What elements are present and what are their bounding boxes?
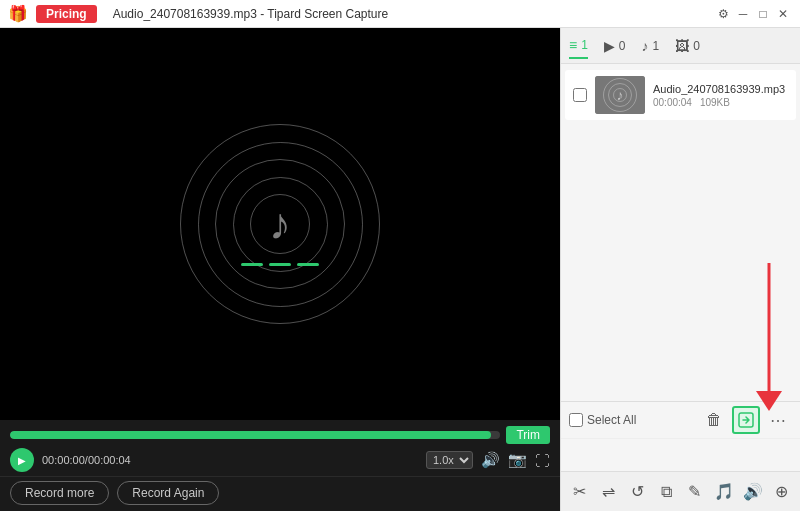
file-thumbnail: ♪ <box>595 76 645 114</box>
speed-select[interactable]: 1.0x 0.5x 1.5x 2.0x <box>426 451 473 469</box>
trim-button[interactable]: Trim <box>506 426 550 444</box>
file-meta: 00:00:04 109KB <box>653 97 788 108</box>
file-list: ♪ Audio_240708163939.mp3 00:00:04 109KB <box>561 64 800 401</box>
tab-all[interactable]: ≡ 1 <box>569 33 588 59</box>
tab-video-count: 0 <box>619 39 626 53</box>
progress-bar-bg[interactable] <box>10 431 500 439</box>
playback-controls: ▶ 00:00:00/00:00:04 1.0x 0.5x 1.5x 2.0x … <box>10 448 550 472</box>
video-area: ♪ <box>0 28 560 420</box>
more-tool[interactable]: ⊕ <box>767 477 796 507</box>
tab-video[interactable]: ▶ 0 <box>604 34 626 58</box>
controls-area: Trim ▶ 00:00:00/00:00:04 1.0x 0.5x 1.5x … <box>0 420 560 476</box>
play-button[interactable]: ▶ <box>10 448 34 472</box>
tab-image-count: 0 <box>693 39 700 53</box>
image-icon: 🖼 <box>675 38 689 54</box>
select-all-checkbox[interactable] <box>569 413 583 427</box>
time-display: 00:00:00/00:00:04 <box>42 454 131 466</box>
dash-1 <box>241 263 263 266</box>
audio-dashes <box>241 263 319 266</box>
file-checkbox[interactable] <box>573 88 587 102</box>
thumb-note-icon: ♪ <box>617 87 624 103</box>
right-bottom-bar: Select All 🗑 ⋯ <box>561 401 800 471</box>
adjust-tool[interactable]: ⇌ <box>594 477 623 507</box>
content-wrapper: ♪ Trim ▶ 00:00:00/00:00:04 <box>0 28 800 511</box>
tab-image[interactable]: 🖼 0 <box>675 34 700 58</box>
copy-tool[interactable]: ⧉ <box>652 477 681 507</box>
tabs-row: ≡ 1 ▶ 0 ♪ 1 🖼 0 <box>561 28 800 64</box>
select-all-label: Select All <box>569 413 636 427</box>
more-actions-button[interactable]: ⋯ <box>764 406 792 434</box>
window-title: Audio_240708163939.mp3 - Tipard Screen C… <box>113 7 389 21</box>
edit-tool[interactable]: ✎ <box>681 477 710 507</box>
export-button[interactable] <box>732 406 760 434</box>
volume-icon[interactable]: 🔊 <box>481 451 500 469</box>
gift-icon: 🎁 <box>8 4 28 23</box>
tools-row: ✂ ⇌ ↺ ⧉ ✎ 🎵 🔊 ⊕ <box>561 471 800 511</box>
close-button[interactable]: ✕ <box>774 5 792 23</box>
left-panel: ♪ Trim ▶ 00:00:00/00:00:04 <box>0 28 560 511</box>
audio-tool[interactable]: 🎵 <box>709 477 738 507</box>
record-again-button[interactable]: Record Again <box>117 481 219 505</box>
title-bar-left: 🎁 Pricing Audio_240708163939.mp3 - Tipar… <box>8 4 388 23</box>
file-item[interactable]: ♪ Audio_240708163939.mp3 00:00:04 109KB <box>565 70 796 120</box>
progress-bar-container: Trim <box>10 426 550 444</box>
list-icon: ≡ <box>569 37 577 53</box>
right-panel: ≡ 1 ▶ 0 ♪ 1 🖼 0 <box>560 28 800 511</box>
delete-button[interactable]: 🗑 <box>700 406 728 434</box>
video-icon: ▶ <box>604 38 615 54</box>
total-time: 00:00:04 <box>88 454 131 466</box>
title-bar-controls: ⚙ ─ □ ✕ <box>714 5 792 23</box>
music-visual: ♪ <box>180 124 380 324</box>
settings-icon[interactable]: ⚙ <box>714 5 732 23</box>
select-all-row: Select All 🗑 ⋯ <box>561 402 800 439</box>
title-bar: 🎁 Pricing Audio_240708163939.mp3 - Tipar… <box>0 0 800 28</box>
record-more-button[interactable]: Record more <box>10 481 109 505</box>
restore-button[interactable]: □ <box>754 5 772 23</box>
select-all-text: Select All <box>587 413 636 427</box>
tab-all-count: 1 <box>581 38 588 52</box>
progress-bar-fill <box>10 431 491 439</box>
fullscreen-icon[interactable]: ⛶ <box>535 452 550 469</box>
bottom-bar: Record more Record Again <box>0 476 560 511</box>
dash-3 <box>297 263 319 266</box>
thumb-inner: ♪ <box>595 76 645 114</box>
minimize-button[interactable]: ─ <box>734 5 752 23</box>
music-note-icon: ♪ <box>269 202 291 246</box>
file-size: 109KB <box>700 97 730 108</box>
rotate-tool[interactable]: ↺ <box>623 477 652 507</box>
tab-audio-count: 1 <box>653 39 660 53</box>
file-name: Audio_240708163939.mp3 <box>653 83 788 95</box>
pricing-button[interactable]: Pricing <box>36 5 97 23</box>
action-icons-row: 🗑 ⋯ <box>700 406 792 434</box>
audio-tab-icon: ♪ <box>642 38 649 54</box>
camera-icon[interactable]: 📷 <box>508 451 527 469</box>
dash-2 <box>269 263 291 266</box>
file-info: Audio_240708163939.mp3 00:00:04 109KB <box>653 83 788 108</box>
cut-tool[interactable]: ✂ <box>565 477 594 507</box>
tab-audio[interactable]: ♪ 1 <box>642 34 660 58</box>
volume-tool[interactable]: 🔊 <box>738 477 767 507</box>
current-time: 00:00:00 <box>42 454 85 466</box>
file-duration: 00:00:04 <box>653 97 692 108</box>
